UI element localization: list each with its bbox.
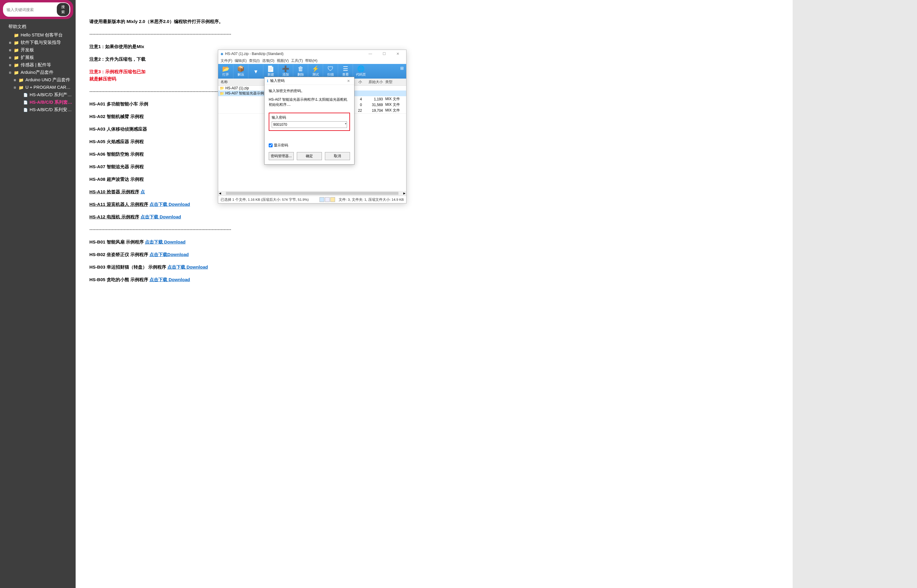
tree-label: 软件下载与安装指导 xyxy=(21,40,61,45)
folder-icon: 📁 xyxy=(14,70,19,75)
download-link[interactable]: 点击下载Download xyxy=(149,252,189,257)
folder-icon: 📁 xyxy=(14,40,19,45)
bandizip-app-icon: ◆ xyxy=(221,52,223,56)
main-content: 请使用最新版本的 MIxly 2.0（米思齐2.0）编程软件打开示例程序。---… xyxy=(76,0,792,588)
download-link[interactable]: 点击下载 Download xyxy=(167,265,208,270)
toolbar-button[interactable]: ➕添加 xyxy=(278,64,293,79)
grid-view-icon[interactable]: ⊞ xyxy=(400,66,404,71)
toolbar-button[interactable]: 📄新建 xyxy=(263,64,278,79)
toolbar-icon: 🗑 xyxy=(298,66,304,72)
download-link[interactable]: 点击下载 Download xyxy=(145,239,186,244)
tree-item[interactable]: 📄HS-A/B/C/D 系列套件 MIx... xyxy=(0,99,76,106)
folder-icon: 📁 xyxy=(14,48,19,53)
tree-toggle-icon[interactable]: ⊞ xyxy=(8,41,12,45)
col-type[interactable]: 类型 xyxy=(383,79,404,84)
divider: ----------------------------------------… xyxy=(89,226,270,233)
download-link[interactable]: 点击下载 Download xyxy=(141,214,181,219)
content-item: HS-B01 智能风扇 示例程序 点击下载 Download xyxy=(89,238,270,246)
password-filepath: HS-A07 智能追光器示例程序\1.太阳能追光器舵机初始化程序.... xyxy=(269,97,350,107)
show-password-check[interactable] xyxy=(269,144,273,147)
minimize-button[interactable]: — xyxy=(364,51,376,57)
tree-item[interactable]: ⊞📁传感器 | 配件等 xyxy=(0,61,76,69)
tree-item[interactable]: ⊞📁扩展板 xyxy=(0,54,76,61)
password-dialog-titlebar[interactable]: ℹ 输入密码 ✕ xyxy=(265,77,354,85)
tree-item[interactable]: ⊞📁Arduino UNO 产品套件 xyxy=(0,76,76,84)
tree-item[interactable]: ⊞📁开发板 xyxy=(0,46,76,54)
tree-item[interactable]: 📁Hello STEM 创客平台 xyxy=(0,31,76,39)
tree-label: 开发板 xyxy=(21,47,34,53)
tree-item[interactable]: ⊞📁软件下载与安装指导 xyxy=(0,39,76,46)
right-pane xyxy=(792,0,917,588)
toolbar-icon: ▾ xyxy=(254,68,257,74)
tree-toggle-icon[interactable]: ⊟ xyxy=(8,71,12,74)
content-p1: 请使用最新版本的 MIxly 2.0（米思齐2.0）编程软件打开示例程序。 xyxy=(89,18,270,25)
tree-toggle-icon[interactable]: ⊟ xyxy=(13,86,17,89)
password-input[interactable] xyxy=(272,121,347,128)
h-scrollbar[interactable]: ◄► xyxy=(218,191,406,196)
content-item: HS-A12 电报机 示例程序 点击下载 Download xyxy=(89,213,270,221)
tree-toggle-icon[interactable]: ⊞ xyxy=(8,56,12,60)
tree-label: U + PROGRAM CARD 产品套件 xyxy=(26,84,73,90)
dropdown-icon[interactable]: ▾ xyxy=(345,122,346,125)
tree-toggle-icon[interactable]: ⊞ xyxy=(8,63,12,67)
password-manager-button[interactable]: 密码管理器... xyxy=(269,152,294,160)
bandizip-menubar: 文件(F)编辑(E)查找(I)选项(O)视图(V)工具(T)帮助(H) xyxy=(218,58,406,64)
content-item: HS-B03 幸运招财猫（转盘） 示例程序 点击下载 Download xyxy=(89,263,270,271)
cancel-button[interactable]: 取消 xyxy=(325,152,350,160)
toolbar-button[interactable]: 🛡扫描 xyxy=(323,64,338,79)
menu-item[interactable]: 视图(V) xyxy=(277,58,289,63)
col-osize[interactable]: 原始大小 xyxy=(362,79,383,84)
tree-toggle-icon[interactable]: ⊞ xyxy=(13,78,17,82)
tree-item[interactable]: ⊟📁U + PROGRAM CARD 产品套件 xyxy=(0,84,76,91)
menu-item[interactable]: 选项(O) xyxy=(262,58,274,63)
folder-icon: 📁 xyxy=(19,78,24,82)
tree-label: HS-A/B/C/D 系列套件 MIx... xyxy=(29,100,73,105)
nav-tree: 📁Hello STEM 创客平台⊞📁软件下载与安装指导⊞📁开发板⊞📁扩展板⊞📁传… xyxy=(0,31,76,113)
toolbar-icon: 🌐 xyxy=(357,66,365,72)
toolbar-button[interactable]: 🗑删除 xyxy=(293,64,308,79)
tree-toggle-icon[interactable]: ⊞ xyxy=(8,48,12,52)
tree-label: Arduino产品套件 xyxy=(21,69,53,75)
search-input[interactable] xyxy=(6,6,57,14)
toolbar-button[interactable]: ☰查看 xyxy=(338,64,353,79)
tree-label: Arduino UNO 产品套件 xyxy=(26,77,70,83)
tree-item[interactable]: ⊟📁Arduino产品套件 xyxy=(0,69,76,76)
toolbar-icon: ☰ xyxy=(343,66,348,72)
note1: 注意1：如果你使用的是MIx xyxy=(89,43,270,50)
password-dialog: ℹ 输入密码 ✕ 输入加密文件的密码。 HS-A07 智能追光器示例程序\1.太… xyxy=(264,77,354,165)
menu-item[interactable]: 编辑(E) xyxy=(235,58,247,63)
download-link[interactable]: 点 xyxy=(141,189,145,194)
status-bar: 已选择 1 个文件, 1.16 KB (压缩后大小: 574 字节, 51.9%… xyxy=(218,196,406,203)
folder-icon: 📁 xyxy=(219,86,224,90)
ok-button[interactable]: 确定 xyxy=(297,152,322,160)
toolbar-button[interactable]: ⚡测试 xyxy=(308,64,323,79)
tree-item[interactable]: 📄HS-A/B/C/D 系列安装使用... xyxy=(0,106,76,113)
divider: ----------------------------------------… xyxy=(89,31,270,38)
toolbar-button[interactable]: 🌐代码页 xyxy=(353,64,369,79)
maximize-button[interactable]: ☐ xyxy=(378,51,390,57)
download-link[interactable]: 点击下载 Download xyxy=(149,277,190,282)
bandizip-titlebar[interactable]: ◆ HS-A07 (1).zip - Bandizip (Standard) —… xyxy=(218,50,406,58)
toolbar-button[interactable]: ▾ xyxy=(248,64,263,79)
show-password-checkbox[interactable]: 显示密码 xyxy=(269,143,350,148)
menu-item[interactable]: 工具(T) xyxy=(291,58,303,63)
close-icon[interactable]: ✕ xyxy=(345,79,352,83)
tree-item[interactable]: 📄HS-A/B/C/D 系列产品组装... xyxy=(0,91,76,99)
toolbar-icon: ➕ xyxy=(282,66,289,72)
menu-item[interactable]: 帮助(H) xyxy=(305,58,317,63)
close-button[interactable]: ✕ xyxy=(392,51,404,57)
folder-icon: 📁 xyxy=(19,85,24,90)
download-link[interactable]: 点击下载 Download xyxy=(149,202,190,207)
status-left: 已选择 1 个文件, 1.16 KB (压缩后大小: 574 字节, 51.9%… xyxy=(221,197,316,202)
doc-icon: 📄 xyxy=(23,93,28,97)
toolbar-button[interactable]: 📦解压 xyxy=(233,64,248,79)
menu-item[interactable]: 文件(F) xyxy=(221,58,232,63)
sidebar: 搜索 帮助文档 📁Hello STEM 创客平台⊞📁软件下载与安装指导⊞📁开发板… xyxy=(0,0,76,588)
toolbar-button[interactable]: 📂打开 xyxy=(218,64,233,79)
doc-icon: 📄 xyxy=(23,108,28,112)
password-dialog-title: 输入密码 xyxy=(270,78,343,83)
tree-label: HS-A/B/C/D 系列产品组装... xyxy=(29,92,73,98)
menu-item[interactable]: 查找(I) xyxy=(249,58,259,63)
search-button[interactable]: 搜索 xyxy=(57,3,70,16)
tree-label: Hello STEM 创客平台 xyxy=(21,32,63,38)
